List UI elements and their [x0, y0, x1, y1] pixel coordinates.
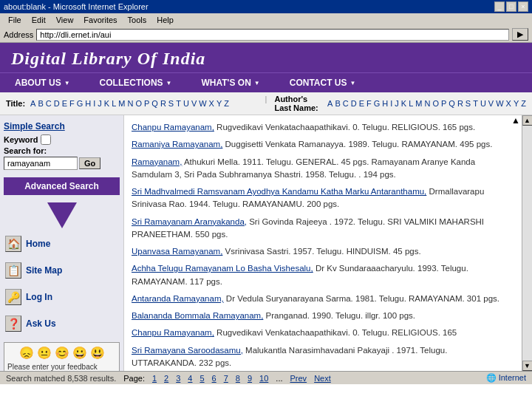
page-9[interactable]: 9 [248, 374, 252, 383]
menu-tools[interactable]: Tools [123, 15, 151, 25]
alpha-title-B[interactable]: B [38, 99, 43, 108]
search-input[interactable] [4, 157, 78, 170]
alpha-title-G[interactable]: G [77, 99, 83, 108]
go-button[interactable]: Go [79, 157, 100, 169]
alpha-title-E[interactable]: E [62, 99, 67, 108]
alpha-title-J[interactable]: J [98, 99, 102, 108]
alpha-title-H[interactable]: H [85, 99, 91, 108]
page-8[interactable]: 8 [236, 374, 240, 383]
alpha-title-I[interactable]: I [93, 99, 95, 108]
scroll-down-btn[interactable]: ▼ [522, 361, 533, 371]
alpha-title-S[interactable]: S [168, 99, 174, 108]
alpha-author-B[interactable]: B [335, 99, 340, 108]
alpha-title-V[interactable]: V [191, 99, 197, 108]
alpha-author-T[interactable]: T [473, 99, 478, 108]
page-10[interactable]: 10 [259, 374, 268, 383]
result-link-9[interactable]: Chanpu Ramayanam, [132, 328, 214, 337]
alpha-author-R[interactable]: R [457, 99, 463, 108]
alpha-title-O[interactable]: O [135, 99, 142, 108]
alpha-title-R[interactable]: R [160, 99, 166, 108]
result-link-3[interactable]: Sri Madhvalmedi Ramsvanam Ayodhya Kandam… [132, 187, 426, 196]
alpha-author-M[interactable]: M [415, 99, 422, 108]
close-button[interactable]: × [518, 1, 528, 12]
alpha-title-A[interactable]: A [30, 99, 35, 108]
page-4[interactable]: 4 [188, 374, 192, 383]
alpha-title-X[interactable]: X [209, 99, 214, 108]
alpha-author-E[interactable]: E [359, 99, 364, 108]
alpha-author-W[interactable]: W [496, 99, 503, 108]
page-1[interactable]: 1 [152, 374, 157, 383]
simple-search-link[interactable]: Simple Search [4, 121, 120, 132]
page-3[interactable]: 3 [176, 374, 180, 383]
menu-help[interactable]: Help [152, 15, 178, 25]
result-link-1[interactable]: Ramaniya Ramayanam, [132, 140, 222, 149]
alpha-author-N[interactable]: N [424, 99, 430, 108]
address-input[interactable] [36, 29, 509, 41]
go-button[interactable]: ▶ [512, 28, 528, 41]
sidebar-ask-us[interactable]: ❓ Ask Us [4, 313, 120, 335]
alpha-title-K[interactable]: K [104, 99, 109, 108]
alpha-title-M[interactable]: M [118, 99, 125, 108]
face-1[interactable]: 😞 [19, 346, 34, 360]
face-5[interactable]: 😃 [90, 346, 105, 360]
alpha-author-Y[interactable]: Y [514, 99, 519, 108]
alpha-title-T[interactable]: T [176, 99, 181, 108]
maximize-button[interactable]: □ [506, 1, 516, 12]
face-2[interactable]: 😐 [37, 346, 52, 360]
page-7[interactable]: 7 [224, 374, 228, 383]
alpha-author-D[interactable]: D [351, 99, 357, 108]
keyword-checkbox[interactable] [41, 134, 51, 145]
advanced-search-button[interactable]: Advanced Search [4, 177, 120, 195]
sidebar-site-map[interactable]: 📋 Site Map [4, 259, 120, 282]
page-6[interactable]: 6 [212, 374, 216, 383]
alpha-title-Q[interactable]: Q [151, 99, 158, 108]
alpha-title-N[interactable]: N [127, 99, 133, 108]
alpha-title-F[interactable]: F [69, 99, 75, 108]
scroll-up-btn[interactable]: ▲ [522, 115, 533, 126]
alpha-title-Y[interactable]: Y [216, 99, 222, 108]
alpha-author-G[interactable]: G [374, 99, 381, 108]
alpha-title-U[interactable]: U [183, 99, 189, 108]
alpha-author-H[interactable]: H [382, 99, 388, 108]
nav-collections[interactable]: COLLECTIONS ▼ [85, 73, 187, 92]
result-link-10[interactable]: Sri Ramayana Saroodasamu, [132, 346, 243, 355]
alpha-author-Z[interactable]: Z [521, 99, 526, 108]
alpha-author-P[interactable]: P [441, 99, 446, 108]
alpha-title-L[interactable]: L [112, 99, 116, 108]
menu-file[interactable]: File [4, 15, 26, 25]
alpha-author-X[interactable]: X [506, 99, 511, 108]
result-link-8[interactable]: Balananda Bommala Ramayanam, [132, 311, 263, 320]
alpha-author-Q[interactable]: Q [449, 99, 455, 108]
nav-about-us[interactable]: ABOUT US ▼ [0, 73, 85, 92]
page-2[interactable]: 2 [164, 374, 168, 383]
result-link-6[interactable]: Achha Telugu Ramayanam Lo Basha Vishesal… [132, 264, 313, 273]
sidebar-log-in[interactable]: 🔑 Log In [4, 286, 120, 308]
alpha-author-V[interactable]: V [488, 99, 494, 108]
alpha-title-Z[interactable]: Z [224, 99, 229, 108]
result-link-5[interactable]: Upanvasa Ramayanam, [132, 247, 222, 256]
alpha-title-W[interactable]: W [199, 99, 206, 108]
menu-favorites[interactable]: Favorites [79, 15, 121, 25]
sidebar-home[interactable]: 🏠 Home [4, 233, 120, 255]
alpha-author-L[interactable]: L [409, 99, 413, 108]
alpha-author-I[interactable]: I [390, 99, 392, 108]
alpha-author-A[interactable]: A [327, 99, 332, 108]
menu-view[interactable]: View [52, 15, 78, 25]
alpha-author-S[interactable]: S [466, 99, 471, 108]
page-5[interactable]: 5 [200, 374, 204, 383]
result-link-4[interactable]: Sri Ramayanam Aranyakanda, [132, 217, 247, 226]
alpha-author-U[interactable]: U [480, 99, 486, 108]
alpha-title-C[interactable]: C [46, 99, 52, 108]
alpha-title-D[interactable]: D [54, 99, 60, 108]
alpha-author-C[interactable]: C [343, 99, 349, 108]
scroll-up[interactable]: ▲ [511, 115, 522, 126]
nav-whats-on[interactable]: WHAT'S ON ▼ [187, 73, 275, 92]
alpha-author-K[interactable]: K [401, 99, 406, 108]
nav-contact-us[interactable]: CONTACT US ▼ [275, 73, 371, 92]
result-link-7[interactable]: Antaranda Ramayanam, [132, 294, 224, 303]
alpha-author-O[interactable]: O [432, 99, 439, 108]
face-3[interactable]: 😊 [55, 346, 69, 360]
next-link[interactable]: Next [314, 374, 331, 383]
minimize-button[interactable]: _ [494, 1, 505, 12]
alpha-author-F[interactable]: F [366, 99, 372, 108]
